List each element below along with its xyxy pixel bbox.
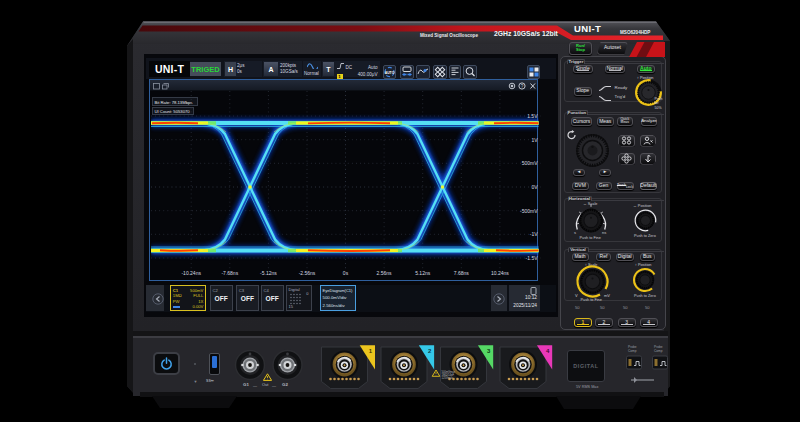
svg-text:10.24ns: 10.24ns <box>491 270 509 276</box>
svg-text:125Vmax: 125Vmax <box>442 376 454 380</box>
svg-text:-5.12ns: -5.12ns <box>260 270 277 276</box>
svg-text:7.68ns: 7.68ns <box>454 270 470 276</box>
svg-text:1.5V: 1.5V <box>527 113 538 119</box>
svg-text:-2.56ns: -2.56ns <box>299 270 316 276</box>
svg-text:0s: 0s <box>343 270 349 276</box>
svg-text:-10.24ns: -10.24ns <box>181 270 201 276</box>
svg-text:-500mV: -500mV <box>520 208 538 214</box>
svg-text:AUTO: AUTO <box>385 71 395 75</box>
svg-text:-7.68ns: -7.68ns <box>221 270 238 276</box>
svg-text:2.56ns: 2.56ns <box>377 270 393 276</box>
svg-text:0V: 0V <box>531 184 538 190</box>
svg-text:5.12ns: 5.12ns <box>415 270 431 276</box>
svg-text:500mV: 500mV <box>522 160 539 166</box>
svg-text:-1.5V: -1.5V <box>526 255 539 261</box>
svg-text:1V: 1V <box>531 137 538 143</box>
svg-text:-1V: -1V <box>530 231 538 237</box>
